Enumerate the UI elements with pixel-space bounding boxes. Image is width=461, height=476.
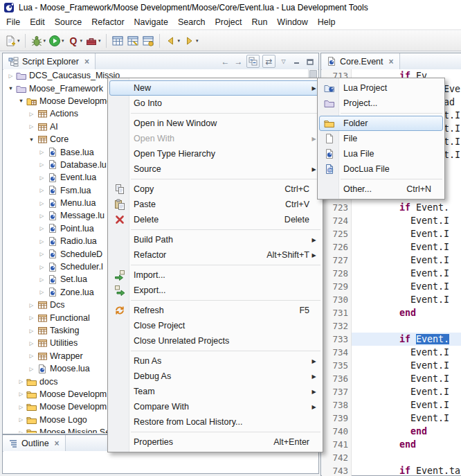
dropdown-arrow-icon[interactable]: ▾ [44, 38, 46, 44]
menu-item-doclua-file[interactable]: @DocLua File [319, 161, 443, 177]
tab-script-explorer[interactable]: Script Explorer × [3, 53, 96, 69]
menu-item-compare-with[interactable]: Compare With▶ [109, 399, 321, 414]
expand-icon[interactable]: ▷ [37, 276, 46, 283]
menu-item-refactor[interactable]: RefactorAlt+Shift+T▶ [109, 247, 321, 263]
expand-icon[interactable]: ▷ [27, 123, 36, 130]
code-line-726[interactable]: 726 Event.I [322, 240, 461, 254]
code-line-740[interactable]: 740 end [322, 425, 461, 438]
menu-edit[interactable]: Edit [25, 16, 50, 28]
code-line-732[interactable]: 732 [322, 319, 461, 333]
menu-item-delete[interactable]: DeleteDelete [109, 212, 321, 227]
dropdown-arrow-icon[interactable]: ▾ [80, 38, 83, 44]
tab-core-event[interactable]: Core.Event × [321, 53, 400, 69]
code-line-728[interactable]: 728 Event.I [322, 267, 461, 280]
menu-item-go-into[interactable]: Go Into [109, 96, 321, 111]
menu-file[interactable]: File [1, 16, 25, 28]
expand-icon[interactable]: ▷ [17, 404, 26, 410]
expand-icon[interactable]: ▷ [37, 264, 46, 270]
code-text[interactable]: Event.I [352, 359, 461, 372]
coverage-button[interactable]: Q▾ [66, 31, 84, 51]
code-text[interactable]: Event.I [352, 267, 461, 280]
expand-icon[interactable]: ▷ [17, 391, 26, 397]
menu-item-export[interactable]: Export... [109, 283, 321, 298]
expand-icon[interactable]: ▷ [27, 111, 36, 117]
tab-outline[interactable]: Outline × [3, 435, 66, 451]
code-line-743[interactable]: 743 if Event.ta [322, 464, 461, 476]
menu-search[interactable]: Search [173, 16, 210, 28]
dropdown-arrow-icon[interactable]: ▾ [17, 38, 20, 44]
code-text[interactable]: Event.I [352, 227, 461, 240]
code-text[interactable]: Event.I [352, 398, 461, 412]
menu-item-copy[interactable]: CopyCtrl+C [109, 182, 321, 197]
table-new-button[interactable] [141, 31, 156, 51]
menu-item-restore-from-local-history[interactable]: Restore from Local History... [109, 414, 321, 430]
close-icon[interactable]: × [55, 439, 60, 448]
expand-icon[interactable]: ▷ [37, 161, 46, 168]
code-text[interactable]: Event.I [352, 385, 461, 398]
forward-icon[interactable]: → [233, 55, 244, 67]
menu-item-folder[interactable]: Folder [319, 116, 443, 131]
code-text[interactable]: Event.I [352, 346, 461, 359]
menu-item-debug-as[interactable]: Debug As▶ [109, 369, 321, 384]
menu-item-build-path[interactable]: Build Path▶ [109, 232, 321, 247]
menu-item-project[interactable]: Project... [319, 96, 443, 111]
menu-help[interactable]: Help [313, 16, 341, 28]
expand-icon[interactable]: ▷ [27, 366, 36, 372]
menu-item-paste[interactable]: PasteCtrl+V [109, 197, 321, 212]
menu-item-close-project[interactable]: Close Project [109, 318, 321, 333]
expand-icon[interactable]: ▷ [37, 213, 46, 219]
collapse-icon[interactable]: ▼ [6, 85, 15, 91]
menu-item-file[interactable]: File [319, 131, 443, 146]
new-wizard-button[interactable]: ▾ [3, 31, 21, 51]
code-text[interactable]: end [352, 438, 461, 451]
minimize-icon[interactable] [291, 55, 302, 67]
menu-refactor[interactable]: Refactor [87, 16, 129, 28]
collapse-icon[interactable]: ▼ [17, 98, 26, 104]
dropdown-arrow-icon[interactable]: ▾ [178, 38, 181, 44]
menu-item-properties[interactable]: PropertiesAlt+Enter [109, 434, 321, 450]
code-line-731[interactable]: 731 end [322, 306, 461, 319]
menu-item-new[interactable]: New▶ [109, 80, 321, 96]
expand-icon[interactable]: ▷ [37, 289, 46, 295]
external-tools-button[interactable]: ▾ [84, 31, 102, 51]
menu-item-source[interactable]: Source▶ [109, 161, 321, 177]
menu-run[interactable]: Run [246, 16, 272, 28]
expand-icon[interactable]: ▷ [27, 315, 36, 321]
code-text[interactable] [352, 319, 461, 333]
collapse-all-icon[interactable] [246, 55, 260, 68]
code-text[interactable]: if Event. [352, 201, 461, 214]
code-line-723[interactable]: 723 if Event. [322, 201, 461, 214]
back-icon[interactable]: ← [220, 55, 230, 67]
code-text[interactable]: end [352, 425, 461, 438]
expand-icon[interactable]: ▷ [37, 251, 46, 257]
dropdown-arrow-icon[interactable]: ▾ [196, 38, 199, 44]
table-edit-button[interactable] [125, 31, 141, 51]
menu-item-lua-file[interactable]: Lua File [319, 146, 443, 161]
code-line-734[interactable]: 734 Event.I [322, 346, 461, 359]
menu-item-other[interactable]: Other...Ctrl+N [319, 182, 443, 197]
code-line-729[interactable]: 729 Event.I [322, 280, 461, 293]
menu-item-lua-project[interactable]: Lua Project [319, 80, 443, 96]
code-line-725[interactable]: 725 Event.I [322, 227, 461, 240]
expand-icon[interactable]: ▷ [37, 187, 46, 193]
expand-icon[interactable]: ▷ [17, 430, 26, 433]
collapse-icon[interactable]: ▼ [27, 136, 36, 143]
code-text[interactable]: Event.I [352, 412, 461, 425]
run-button[interactable]: ▾ [47, 31, 66, 51]
expand-icon[interactable]: ▷ [17, 416, 26, 423]
table-view-button[interactable] [110, 31, 125, 51]
dropdown-arrow-icon[interactable]: ▾ [62, 38, 64, 44]
code-line-741[interactable]: 741 end [322, 438, 461, 451]
dropdown-arrow-icon[interactable]: ▾ [98, 38, 101, 44]
view-menu-icon[interactable]: ▽ [278, 55, 289, 67]
code-line-735[interactable]: 735 Event.I [322, 359, 461, 372]
code-text[interactable]: Event.I [352, 240, 461, 254]
code-text[interactable]: Event.I [352, 372, 461, 385]
expand-icon[interactable]: ▷ [27, 302, 36, 308]
code-text[interactable]: Event.I [352, 214, 461, 227]
expand-icon[interactable]: ▷ [37, 200, 46, 206]
maximize-icon[interactable] [305, 55, 315, 67]
code-text[interactable]: Event.I [352, 254, 461, 267]
code-text[interactable]: if Event.ta [352, 464, 461, 476]
expand-icon[interactable]: ▷ [6, 73, 15, 79]
